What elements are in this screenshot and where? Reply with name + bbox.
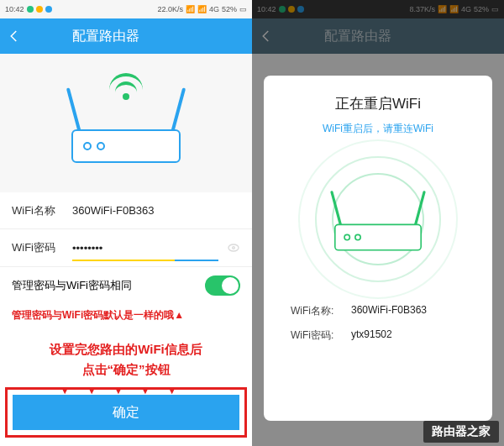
wifi-password-value: •••••••• bbox=[72, 242, 227, 254]
modal-subheading: WiFi重启后，请重连WiFi bbox=[323, 122, 433, 136]
router-illustration bbox=[0, 54, 252, 192]
modal-wifi-password-row: WiFi密码: ytx91502 bbox=[277, 323, 479, 348]
confirm-button[interactable]: 确定 bbox=[13, 395, 239, 430]
wifi-icon: 📶 bbox=[186, 5, 195, 13]
modal-wifi-name-label: WiFi名称: bbox=[291, 304, 351, 318]
restart-modal: 正在重启WiFi WiFi重启后，请重连WiFi WiFi名称: 360WiFi… bbox=[264, 76, 492, 421]
status-battery: 52% bbox=[222, 5, 237, 13]
svg-point-0 bbox=[228, 244, 239, 251]
input-underline bbox=[72, 260, 218, 261]
modal-wifi-name-value: 360WiFi-F0B363 bbox=[351, 304, 427, 318]
eye-icon[interactable] bbox=[227, 241, 240, 254]
annotation-highlight-box: 确定 bbox=[5, 387, 247, 438]
status-speed: 22.0K/s bbox=[157, 5, 183, 13]
back-icon[interactable] bbox=[7, 29, 22, 44]
app-indicator-icon bbox=[27, 6, 34, 13]
svg-point-1 bbox=[233, 247, 235, 249]
same-password-toggle[interactable] bbox=[205, 275, 240, 296]
modal-wifi-password-label: WiFi密码: bbox=[291, 328, 351, 343]
app-indicator-icon bbox=[45, 6, 52, 13]
wifi-name-value: 360WiFi-F0B363 bbox=[72, 204, 240, 217]
status-bar: 10:42 22.0K/s 📶 📶 4G 52% ▭ bbox=[0, 0, 252, 18]
wifi-name-label: WiFi名称 bbox=[12, 203, 72, 218]
modal-illustration bbox=[294, 148, 462, 291]
wifi-name-field[interactable]: WiFi名称 360WiFi-F0B363 bbox=[0, 192, 252, 229]
modal-wifi-name-row: WiFi名称: 360WiFi-F0B363 bbox=[277, 299, 479, 323]
annotation-tip1: 管理密码与WiFi密码默认是一样的哦▲ bbox=[0, 303, 252, 328]
title-bar: 配置路由器 bbox=[0, 18, 252, 54]
wifi-password-field[interactable]: WiFi密码 •••••••• bbox=[0, 229, 252, 266]
annotation-tip2: 设置完您路由的WiFi信息后 点击“确定”按钮 bbox=[0, 328, 252, 383]
same-password-label: 管理密码与WiFi密码相同 bbox=[12, 278, 132, 293]
same-password-row: 管理密码与WiFi密码相同 bbox=[0, 266, 252, 303]
signal-icon: 📶 bbox=[197, 5, 207, 13]
status-net: 4G bbox=[209, 5, 219, 13]
app-indicator-icon bbox=[36, 6, 43, 13]
battery-icon: ▭ bbox=[239, 5, 247, 13]
watermark: 路由器之家 bbox=[423, 421, 499, 443]
wifi-password-label: WiFi密码 bbox=[12, 240, 72, 255]
modal-heading: 正在重启WiFi bbox=[335, 94, 421, 113]
status-time: 10:42 bbox=[5, 5, 24, 13]
modal-wifi-password-value: ytx91502 bbox=[351, 328, 392, 343]
page-title: 配置路由器 bbox=[72, 28, 139, 45]
